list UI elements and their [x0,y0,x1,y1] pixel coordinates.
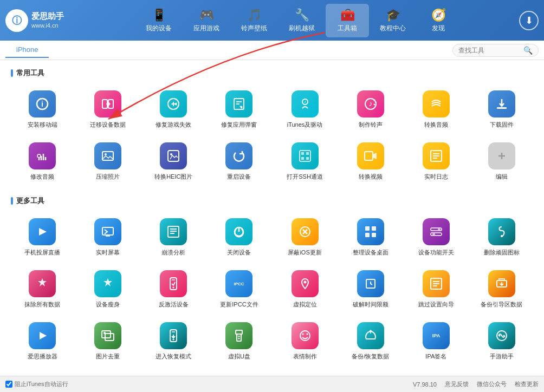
itunes-checkbox[interactable] [5,381,12,388]
nav-my-device[interactable]: 📱 我的设备 [135,4,183,37]
logo-area: ⓘ 爱思助手 www.i4.cn [5,9,76,32]
convert-heic-icon [160,142,187,169]
tool-screen-mirror[interactable]: 手机投屏直播 [11,214,74,260]
tool-modify-audio[interactable]: 修改音频 [11,138,74,185]
device-slim-icon [94,270,121,297]
tool-jump-settings[interactable]: 跳过设置向导 [405,266,468,312]
tool-fix-app[interactable]: 修复应用弹窗 [208,86,270,133]
break-time-limit-icon [357,270,384,297]
shutdown-icon [225,218,252,245]
tool-migrate-data[interactable]: 迁移设备数据 [76,86,139,133]
tool-ipa-sign[interactable]: IPA IPA签名 [405,318,468,364]
tool-realtime-screen[interactable]: 实时屏幕 [76,214,139,260]
nav-bar: 📱 我的设备 🎮 应用游戏 🎵 铃声壁纸 🔧 刷机越狱 🧰 工具箱 🎓 [76,4,519,37]
device-function-icon [423,218,450,245]
tool-convert-heic[interactable]: 转换HEIC图片 [142,138,205,185]
nav-apps[interactable]: 🎮 应用游戏 [183,4,230,37]
svg-text:i: i [41,100,43,108]
tool-make-ringtone[interactable]: ♪ 制作铃声 [339,86,402,133]
tool-update-ipcc[interactable]: IPCC 更新IPCC文件 [208,266,270,312]
common-tools-grid: i 安装移动端 迁移设备数据 [11,86,533,185]
svg-rect-34 [372,233,376,237]
search-input[interactable] [458,47,523,54]
tool-deactivate[interactable]: 反激活设备 [142,266,205,312]
nav-jailbreak[interactable]: 🔧 刷机越狱 [278,4,326,37]
tool-organize-desktop[interactable]: 整理设备桌面 [339,214,402,260]
tool-device-slim[interactable]: 设备瘦身 [76,266,139,312]
install-ipa-icon: i [29,90,56,117]
tool-wipe-data[interactable]: 抹除所有数据 [11,266,74,312]
itunes-checkbox-container: 阻止iTunes自动运行 [5,380,68,388]
itunes-checkbox-label[interactable]: 阻止iTunes自动运行 [15,380,68,388]
tool-install-ipa[interactable]: i 安装移动端 [11,86,74,133]
tool-aisou-player[interactable]: 爱思播放器 [11,318,74,364]
wechat-link[interactable]: 微信公众号 [477,380,507,388]
modify-audio-label: 修改音频 [30,173,54,180]
convert-video-icon [357,142,384,169]
modify-audio-icon [29,142,56,169]
svg-point-58 [306,334,308,335]
tool-compress-photo[interactable]: 压缩照片 [76,138,139,185]
svg-rect-36 [438,228,441,230]
nav-tutorial[interactable]: 🎓 教程中心 [369,4,417,37]
tool-realtime-log[interactable]: 实时日志 [405,138,468,185]
nav-ringtone[interactable]: 🎵 铃声壁纸 [230,4,278,37]
tool-itunes[interactable]: ♪ iTunes及驱动 [274,86,336,133]
wipe-data-icon [29,270,56,297]
tool-open-ssh[interactable]: 打开SSH通道 [274,138,336,185]
tool-emoji-make[interactable]: 表情制作 [274,318,336,364]
tool-delete-icon[interactable]: 删除顽固图标 [470,214,533,260]
check-update-link[interactable]: 检查更新 [515,380,539,388]
nav-jailbreak-icon: 🔧 [295,8,309,22]
aisou-player-icon [29,322,56,349]
install-ipa-label: 安装移动端 [28,121,57,128]
tool-download-firmware[interactable]: 下载固件 [470,86,533,133]
reboot-label: 重启设备 [227,173,251,180]
svg-rect-13 [497,107,507,109]
tool-crash-analysis[interactable]: 崩溃分析 [142,214,205,260]
nav-ringtone-icon: 🎵 [247,8,262,22]
nav-toolbox[interactable]: 🧰 工具箱 [326,4,369,37]
svg-marker-47 [40,332,47,339]
make-ringtone-icon: ♪ [357,90,384,117]
edit-label: 编辑 [496,173,508,180]
svg-rect-21 [306,152,309,155]
tool-block-update[interactable]: 屏蔽iOS更新 [274,214,336,260]
recovery-mode-icon [160,322,187,349]
svg-point-52 [173,339,174,341]
svg-point-39 [501,235,503,237]
brand-name: 爱思助手 [31,10,64,22]
tool-break-time-limit[interactable]: 破解时间限额 [339,266,402,312]
tool-virtual-usb[interactable]: 虚拟U盘 [208,318,270,364]
realtime-log-label: 实时日志 [424,173,448,180]
crash-analysis-icon [160,218,187,245]
tool-reboot[interactable]: 重启设备 [208,138,270,185]
search-box: 🔍 [452,44,539,57]
download-button[interactable]: ⬇ [519,11,539,30]
tool-remove-duplicate[interactable]: 图片去重 [76,318,139,364]
tool-edit[interactable]: 编辑 [470,138,533,185]
svg-text:IPA: IPA [432,333,441,338]
tool-device-function[interactable]: 设备功能开关 [405,214,468,260]
feedback-link[interactable]: 意见反馈 [445,380,469,388]
header: ⓘ 爱思助手 www.i4.cn 📱 我的设备 🎮 应用游戏 🎵 铃声壁纸 🔧 [0,0,544,41]
tool-convert-audio[interactable]: 转换音频 [405,86,468,133]
tool-fix-game[interactable]: 修复游戏失效 [142,86,205,133]
svg-rect-20 [301,152,304,155]
footer: 阻止iTunes自动运行 V7.98.10 意见反馈 微信公众号 检查更新 [0,376,544,392]
svg-rect-32 [372,226,376,231]
svg-rect-24 [365,152,373,160]
svg-point-41 [173,286,174,288]
more-tools-grid: 手机投屏直播 实时屏幕 [11,214,533,365]
tool-recovery-mode[interactable]: 进入恢复模式 [142,318,205,364]
tool-backup-restore[interactable]: 备份/恢复数据 [339,318,402,364]
nav-discover[interactable]: 🧭 发现 [417,4,460,37]
tool-backup-partition[interactable]: 备份引导区数据 [470,266,533,312]
svg-rect-33 [365,233,370,237]
tool-convert-video[interactable]: 转换视频 [339,138,402,185]
svg-point-62 [503,335,504,337]
tool-shutdown[interactable]: 关闭设备 [208,214,270,260]
tab-iphone[interactable]: iPhone [5,42,49,58]
tool-virtual-location[interactable]: 虚拟定位 [274,266,336,312]
tool-game-helper[interactable]: 手游助手 [470,318,533,364]
